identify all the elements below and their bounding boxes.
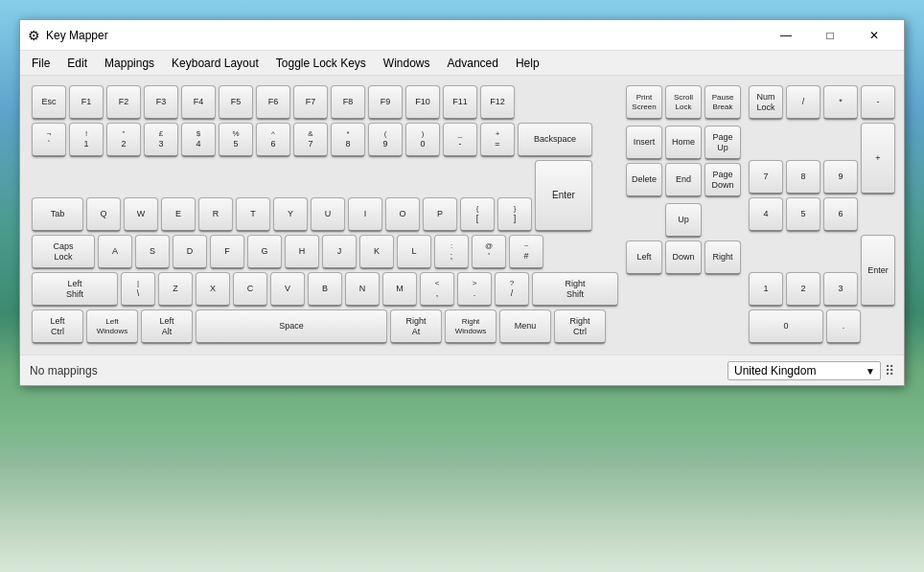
layout-select[interactable]: United Kingdom United States German Fren… bbox=[728, 361, 881, 380]
key-num7[interactable]: 7 bbox=[749, 160, 783, 194]
key-print-screen[interactable]: PrintScreen bbox=[626, 85, 662, 120]
key-j[interactable]: J bbox=[322, 235, 357, 269]
key-4[interactable]: $4 bbox=[181, 123, 216, 157]
key-lbracket[interactable]: {[ bbox=[460, 197, 495, 232]
key-m[interactable]: M bbox=[382, 272, 417, 307]
key-v[interactable]: V bbox=[270, 272, 305, 307]
key-q[interactable]: Q bbox=[86, 197, 121, 232]
menu-advanced[interactable]: Advanced bbox=[440, 55, 506, 72]
more-options-icon[interactable]: ⠿ bbox=[885, 363, 894, 378]
key-insert[interactable]: Insert bbox=[626, 126, 662, 160]
key-rctrl[interactable]: RightCtrl bbox=[554, 309, 606, 344]
key-n[interactable]: N bbox=[345, 272, 380, 307]
key-b[interactable]: B bbox=[308, 272, 342, 307]
key-d[interactable]: D bbox=[173, 235, 207, 269]
key-quote[interactable]: @' bbox=[472, 235, 506, 269]
key-f9[interactable]: F9 bbox=[368, 85, 403, 120]
maximize-button[interactable]: □ bbox=[808, 22, 852, 49]
key-pagedown[interactable]: PageDown bbox=[705, 163, 741, 197]
key-enter[interactable]: Enter bbox=[535, 160, 592, 232]
key-backtick[interactable]: ¬` bbox=[32, 123, 66, 157]
menu-file[interactable]: File bbox=[24, 55, 58, 72]
menu-windows[interactable]: Windows bbox=[376, 55, 438, 72]
key-backspace[interactable]: Backspace bbox=[518, 123, 592, 157]
key-numlock[interactable]: NumLock bbox=[749, 85, 783, 120]
key-num1[interactable]: 1 bbox=[749, 272, 783, 307]
key-f10[interactable]: F10 bbox=[405, 85, 440, 120]
key-e[interactable]: E bbox=[161, 197, 196, 232]
key-num-star[interactable]: * bbox=[823, 85, 858, 120]
key-a[interactable]: A bbox=[98, 235, 132, 269]
key-g[interactable]: G bbox=[247, 235, 282, 269]
key-num-dot[interactable]: . bbox=[826, 309, 861, 344]
key-num0[interactable]: 0 bbox=[749, 309, 823, 344]
key-lshift[interactable]: LeftShift bbox=[32, 272, 118, 307]
key-i[interactable]: I bbox=[348, 197, 382, 232]
key-num6[interactable]: 6 bbox=[823, 197, 858, 232]
key-k[interactable]: K bbox=[359, 235, 394, 269]
key-num4[interactable]: 4 bbox=[749, 197, 783, 232]
key-period[interactable]: >. bbox=[457, 272, 492, 307]
menu-toggle-lock-keys[interactable]: Toggle Lock Keys bbox=[268, 55, 374, 72]
key-f5[interactable]: F5 bbox=[219, 85, 253, 120]
key-pause[interactable]: PauseBreak bbox=[705, 85, 741, 120]
key-c[interactable]: C bbox=[233, 272, 267, 307]
key-left[interactable]: Left bbox=[626, 240, 662, 275]
key-8[interactable]: *8 bbox=[331, 123, 365, 157]
key-o[interactable]: O bbox=[385, 197, 420, 232]
key-minus[interactable]: _- bbox=[443, 123, 477, 157]
key-x[interactable]: X bbox=[196, 272, 230, 307]
key-6[interactable]: ^6 bbox=[256, 123, 290, 157]
key-lwin[interactable]: LeftWindows bbox=[86, 309, 138, 344]
key-y[interactable]: Y bbox=[273, 197, 308, 232]
key-f12[interactable]: F12 bbox=[480, 85, 515, 120]
key-l[interactable]: L bbox=[397, 235, 431, 269]
key-9[interactable]: (9 bbox=[368, 123, 403, 157]
key-t[interactable]: T bbox=[236, 197, 270, 232]
key-f3[interactable]: F3 bbox=[144, 85, 178, 120]
key-lctrl[interactable]: LeftCtrl bbox=[32, 309, 83, 344]
key-right[interactable]: Right bbox=[705, 240, 741, 275]
key-home[interactable]: Home bbox=[665, 126, 702, 160]
key-lalt[interactable]: LeftAlt bbox=[141, 309, 193, 344]
key-s[interactable]: S bbox=[135, 235, 170, 269]
menu-edit[interactable]: Edit bbox=[59, 55, 95, 72]
layout-dropdown-wrapper[interactable]: United Kingdom United States German Fren… bbox=[728, 361, 881, 380]
key-num-plus[interactable]: + bbox=[861, 123, 895, 194]
key-num-minus[interactable]: - bbox=[861, 85, 895, 120]
key-w[interactable]: W bbox=[124, 197, 158, 232]
key-f7[interactable]: F7 bbox=[293, 85, 328, 120]
key-num2[interactable]: 2 bbox=[786, 272, 820, 307]
key-num9[interactable]: 9 bbox=[823, 160, 858, 194]
menu-keyboard-layout[interactable]: Keyboard Layout bbox=[164, 55, 266, 72]
key-f[interactable]: F bbox=[210, 235, 244, 269]
key-down[interactable]: Down bbox=[665, 240, 702, 275]
key-num8[interactable]: 8 bbox=[786, 160, 820, 194]
key-num-slash[interactable]: / bbox=[786, 85, 820, 120]
key-end[interactable]: End bbox=[665, 163, 702, 197]
key-f6[interactable]: F6 bbox=[256, 85, 290, 120]
key-r[interactable]: R bbox=[198, 197, 233, 232]
key-hash[interactable]: ~# bbox=[509, 235, 543, 269]
key-comma[interactable]: <, bbox=[420, 272, 454, 307]
key-capslock[interactable]: CapsLock bbox=[32, 235, 95, 269]
key-z[interactable]: Z bbox=[158, 272, 193, 307]
key-equals[interactable]: += bbox=[480, 123, 515, 157]
key-f11[interactable]: F11 bbox=[443, 85, 477, 120]
key-1[interactable]: !1 bbox=[69, 123, 104, 157]
minimize-button[interactable]: — bbox=[764, 22, 808, 49]
key-num5[interactable]: 5 bbox=[786, 197, 820, 232]
menu-mappings[interactable]: Mappings bbox=[97, 55, 162, 72]
key-scroll-lock[interactable]: ScrollLock bbox=[665, 85, 702, 120]
key-backslash[interactable]: |\ bbox=[121, 272, 155, 307]
key-ralt[interactable]: RightAt bbox=[390, 309, 442, 344]
key-rwin[interactable]: RightWindows bbox=[445, 309, 497, 344]
key-delete[interactable]: Delete bbox=[626, 163, 662, 197]
key-pageup[interactable]: PageUp bbox=[705, 126, 741, 160]
key-num-enter[interactable]: Enter bbox=[861, 235, 895, 307]
key-num3[interactable]: 3 bbox=[823, 272, 858, 307]
key-f1[interactable]: F1 bbox=[69, 85, 104, 120]
key-slash[interactable]: ?/ bbox=[495, 272, 529, 307]
key-rshift[interactable]: RightShift bbox=[532, 272, 618, 307]
key-f4[interactable]: F4 bbox=[181, 85, 216, 120]
